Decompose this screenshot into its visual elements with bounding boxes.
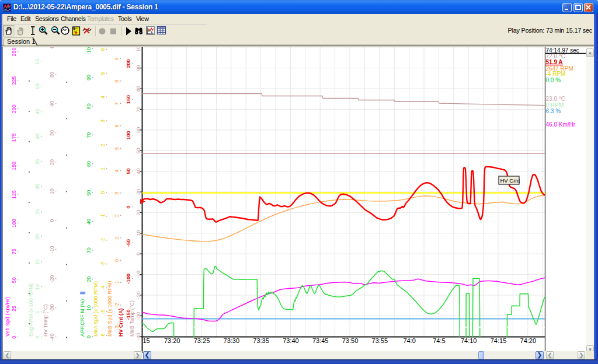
- svg-text:100: 100: [11, 219, 17, 228]
- svg-text:-4: -4: [100, 286, 106, 290]
- svg-text:6: 6: [114, 125, 120, 128]
- svg-text:15: 15: [34, 259, 40, 265]
- svg-text:40: 40: [86, 219, 92, 225]
- svg-text:250: 250: [11, 47, 17, 56]
- svg-text:-50: -50: [126, 239, 131, 247]
- svg-text:-40: -40: [49, 333, 55, 341]
- svg-text:150: 150: [11, 162, 17, 170]
- svg-text:30: 30: [49, 130, 55, 136]
- svg-text:74:15: 74:15: [491, 337, 507, 344]
- svg-text:75: 75: [11, 249, 17, 254]
- svg-text:23.0 °C: 23.0 °C: [546, 96, 565, 102]
- svg-text:73:55: 73:55: [372, 337, 388, 344]
- svg-text:40: 40: [49, 101, 55, 107]
- svg-text:74:10: 74:10: [461, 337, 477, 344]
- svg-text:1: 1: [114, 237, 120, 240]
- svg-text:10: 10: [34, 284, 40, 290]
- svg-text:30: 30: [34, 184, 40, 190]
- svg-text:25: 25: [34, 209, 40, 215]
- svg-text:-1: -1: [100, 214, 106, 219]
- svg-text:150: 150: [126, 95, 131, 104]
- svg-text:100: 100: [126, 131, 131, 139]
- svg-text:2: 2: [100, 144, 106, 146]
- svg-text:-2: -2: [100, 238, 106, 243]
- svg-text:35: 35: [34, 159, 40, 164]
- svg-text:25: 25: [11, 306, 17, 312]
- svg-text:74:20: 74:20: [520, 337, 537, 344]
- svg-text:46.0 Km/Hr: 46.0 Km/Hr: [546, 121, 576, 128]
- svg-text:70: 70: [86, 132, 92, 138]
- svg-text:5: 5: [34, 310, 40, 313]
- svg-text:74:0: 74:0: [403, 337, 415, 344]
- svg-text:20: 20: [86, 276, 92, 282]
- svg-text:60: 60: [86, 161, 92, 167]
- svg-text:1: 1: [100, 167, 106, 170]
- svg-text:73:45: 73:45: [312, 337, 329, 344]
- svg-text:9: 9: [114, 57, 120, 60]
- svg-text:50: 50: [126, 168, 131, 174]
- svg-text:HV Temp (°C): HV Temp (°C): [43, 304, 48, 337]
- svg-text:0: 0: [11, 335, 17, 338]
- svg-text:MtrB Temp (°C): MtrB Temp (°C): [129, 300, 135, 337]
- svg-text:74:5: 74:5: [433, 337, 445, 344]
- svg-text:-2: -2: [114, 303, 120, 307]
- svg-text:15: 15: [142, 337, 150, 344]
- svg-text:80: 80: [86, 103, 92, 109]
- svg-text:50: 50: [34, 83, 40, 89]
- svg-text:51.9 A: 51.9 A: [546, 59, 563, 65]
- svg-text:-6: -6: [100, 334, 106, 338]
- svg-text:10: 10: [49, 188, 55, 194]
- svg-text:-5: -5: [100, 310, 106, 314]
- svg-text:HV Crnt: HV Crnt: [500, 177, 520, 184]
- svg-text:100: 100: [86, 44, 92, 53]
- svg-text:2: 2: [114, 214, 120, 217]
- svg-text:7: 7: [114, 102, 120, 105]
- svg-text:0 RPM: 0 RPM: [546, 102, 564, 108]
- svg-text:225: 225: [11, 76, 17, 85]
- svg-text:0: 0: [49, 219, 55, 222]
- svg-text:10: 10: [86, 305, 92, 311]
- svg-text:73:30: 73:30: [224, 337, 240, 344]
- svg-text:90: 90: [86, 75, 92, 80]
- svg-text:-3: -3: [100, 262, 106, 267]
- svg-text:||: ||: [79, 292, 85, 295]
- svg-text:30: 30: [86, 247, 92, 253]
- svg-text:0: 0: [126, 205, 131, 208]
- svg-text:-100: -100: [126, 274, 131, 284]
- svg-text:-4 RPM: -4 RPM: [546, 71, 566, 77]
- svg-text:3: 3: [114, 192, 120, 195]
- svg-text:-30: -30: [49, 304, 55, 312]
- svg-text:73:20: 73:20: [164, 337, 180, 344]
- svg-text:55: 55: [34, 58, 40, 64]
- svg-text:45: 45: [34, 108, 40, 114]
- svg-text:APP,CRF M (%): APP,CRF M (%): [79, 299, 85, 337]
- svg-text:8: 8: [114, 80, 120, 83]
- svg-text:0.0 %: 0.0 %: [546, 77, 561, 83]
- svg-text:40: 40: [34, 134, 40, 139]
- svg-text:0: 0: [86, 335, 92, 338]
- svg-text:73:25: 73:25: [194, 337, 210, 344]
- svg-text:50: 50: [86, 190, 92, 195]
- svg-text:5: 5: [114, 147, 120, 150]
- svg-text:6.3 %: 6.3 %: [546, 108, 561, 114]
- svg-text:73:35: 73:35: [253, 337, 269, 344]
- svg-text:3: 3: [100, 120, 106, 123]
- svg-text:125: 125: [11, 190, 17, 199]
- svg-text:5: 5: [100, 72, 106, 75]
- svg-text:-1: -1: [114, 281, 120, 285]
- svg-text:73:40: 73:40: [283, 337, 299, 344]
- svg-text:4: 4: [100, 96, 106, 99]
- svg-text:Eng RPM (x 100 RPM): Eng RPM (x 100 RPM): [28, 283, 34, 337]
- svg-text:50: 50: [49, 72, 55, 78]
- svg-text:MtrB Spd (x 1000 RPM): MtrB Spd (x 1000 RPM): [107, 281, 113, 337]
- svg-text:20: 20: [49, 159, 55, 165]
- svg-text:200: 200: [11, 104, 17, 113]
- svg-text:0: 0: [114, 259, 120, 262]
- svg-text:HV Crnt (A): HV Crnt (A): [118, 309, 124, 337]
- svg-text:MtrA Spd (x 1000 RPM): MtrA Spd (x 1000 RPM): [93, 281, 99, 337]
- svg-text:50: 50: [11, 277, 17, 283]
- svg-text:200: 200: [126, 59, 131, 68]
- svg-text:20: 20: [34, 234, 40, 240]
- svg-text:73:50: 73:50: [342, 337, 359, 344]
- svg-text:Veh Spd (Km/Hr): Veh Spd (Km/Hr): [5, 297, 11, 337]
